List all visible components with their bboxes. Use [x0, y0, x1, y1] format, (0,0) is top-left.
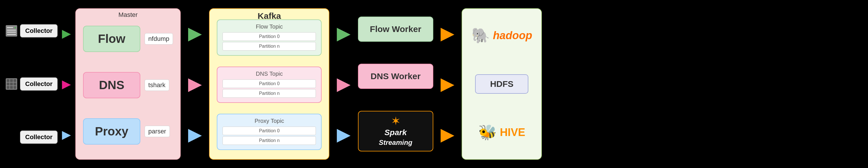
arrow-orange-1: ► — [436, 22, 459, 45]
proxy-topic-group: Proxy Topic Partition 0 Partition n — [217, 114, 321, 150]
spark-box: ✶ Spark Streaming — [358, 111, 433, 152]
arrow-large-pink-2: ► — [332, 73, 355, 95]
dns-topic-title: DNS Topic — [222, 71, 316, 77]
collectors-section: Collector Collector Collector — [6, 3, 58, 165]
spark-streaming-label: Streaming — [379, 138, 412, 146]
arrows-col-to-master: ► ► ► — [59, 8, 73, 160]
arrow-large-blue-2: ► — [332, 123, 355, 146]
collector-row-2: Collector — [6, 77, 58, 91]
hive-bee-icon: 🐝 — [478, 124, 497, 141]
nfdump-label: nfdump — [145, 33, 173, 45]
arrows-kafka-to-workers: ► ► ► — [332, 8, 355, 160]
master-flow-row: Flow nfdump — [83, 26, 173, 52]
dns-topic-group: DNS Topic Partition 0 Partition n — [217, 67, 321, 103]
kafka-box: Kafka Flow Topic Partition 0 Partition n… — [209, 8, 329, 160]
arrow-pink-1: ► — [59, 77, 73, 91]
workers-section: Flow Worker DNS Worker ✶ Spark Streaming — [358, 8, 433, 160]
dns-partition-0: Partition 0 — [222, 79, 316, 88]
proxy-partition-0: Partition 0 — [222, 127, 316, 135]
flow-topic-title: Flow Topic — [222, 24, 316, 30]
arrow-orange-2: ► — [436, 73, 459, 95]
collector-label-2: Collector — [20, 77, 58, 91]
hdfs-box: HDFS — [475, 74, 528, 94]
spark-label: Spark — [384, 128, 407, 137]
proxy-partition-n: Partition n — [222, 136, 316, 145]
tshark-label: tshark — [145, 79, 169, 91]
collector-label-1: Collector — [20, 24, 58, 37]
proxy-topic-title: Proxy Topic — [222, 118, 316, 124]
flow-partition-0: Partition 0 — [222, 32, 316, 41]
collector-row-3: Collector — [6, 131, 58, 144]
flow-topic-group: Flow Topic Partition 0 Partition n — [217, 19, 321, 56]
dns-box: DNS — [83, 72, 140, 98]
arrow-large-green-1: ► — [184, 22, 206, 45]
hadoop-elephant-icon: 🐘 — [471, 27, 490, 44]
arrow-green-1: ► — [59, 26, 73, 41]
arrow-orange-3: ► — [436, 123, 459, 146]
flow-box: Flow — [83, 26, 140, 52]
hadoop-section: 🐘 hadoop HDFS 🐝 HIVE — [462, 8, 542, 160]
arrow-large-blue-1: ► — [184, 123, 206, 146]
proxy-box: Proxy — [83, 118, 140, 144]
arrow-large-green-2: ► — [332, 22, 355, 45]
main-diagram: Collector Collector Collector ► ► ► Mast… — [6, 3, 862, 165]
parser-label: parser — [145, 126, 170, 137]
flow-worker-box: Flow Worker — [358, 16, 433, 42]
dns-worker-box: DNS Worker — [358, 64, 433, 89]
master-proxy-row: Proxy parser — [83, 118, 173, 144]
blank-icon-3 — [6, 131, 17, 143]
kafka-title: Kafka — [258, 11, 281, 21]
hadoop-logo: 🐘 hadoop — [471, 27, 532, 44]
arrow-large-pink-1: ► — [184, 73, 206, 95]
master-dns-row: DNS tshark — [83, 72, 173, 98]
flow-partition-n: Partition n — [222, 42, 316, 51]
hadoop-label: hadoop — [493, 30, 532, 42]
arrow-blue-1: ► — [59, 127, 73, 142]
grid-icon-2 — [6, 78, 17, 90]
spark-star-icon: ✶ — [392, 116, 400, 127]
hive-logo: 🐝 HIVE — [478, 124, 525, 141]
dns-partition-n: Partition n — [222, 89, 316, 98]
hive-label: HIVE — [500, 126, 525, 138]
collector-label-3: Collector — [20, 131, 58, 144]
arrows-workers-to-hadoop: ► ► ► — [436, 8, 459, 160]
collector-row-1: Collector — [6, 24, 58, 37]
server-icon-1 — [6, 25, 17, 37]
master-box: Master Flow nfdump DNS tshark Proxy pars… — [75, 8, 181, 160]
master-title: Master — [118, 11, 137, 18]
arrows-master-to-kafka: ► ► ► — [184, 8, 206, 160]
